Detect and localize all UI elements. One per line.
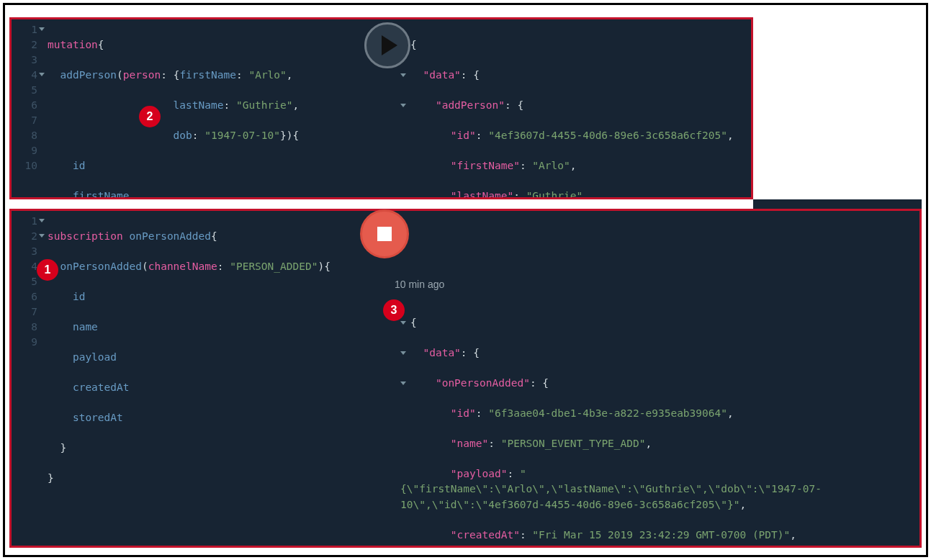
app-frame: 1 2 3 4 5 6 7 8 9 10 mutation{ addPerson… bbox=[3, 3, 928, 557]
play-icon bbox=[382, 35, 397, 55]
filler bbox=[753, 199, 922, 209]
line-gutter: 1 2 3 4 5 6 7 8 9 bbox=[12, 214, 39, 350]
subscription-editor[interactable]: 1 2 3 4 5 6 7 8 9 subscription onPersonA… bbox=[12, 211, 386, 546]
line-gutter: 1 2 3 4 5 6 7 8 9 10 bbox=[12, 22, 39, 173]
stop-icon bbox=[377, 227, 392, 241]
subscription-panel: 1 2 3 4 5 6 7 8 9 subscription onPersonA… bbox=[9, 209, 922, 548]
mutation-result: { "data": { "addPerson": { "id": "4ef360… bbox=[386, 19, 751, 197]
annotation-1: 1 bbox=[37, 259, 58, 281]
mutation-code[interactable]: mutation{ addPerson(person: {firstName: … bbox=[48, 22, 386, 197]
annotation-3: 3 bbox=[383, 299, 405, 321]
subscription-result: 10 min ago { "data": { "onPersonAdded": … bbox=[386, 211, 919, 546]
mutation-editor[interactable]: 1 2 3 4 5 6 7 8 9 10 mutation{ addPerson… bbox=[12, 19, 386, 197]
annotation-2: 2 bbox=[139, 106, 161, 127]
execute-button[interactable] bbox=[364, 22, 410, 68]
stop-button[interactable] bbox=[360, 209, 409, 258]
event-timestamp: 10 min ago bbox=[395, 277, 919, 292]
subscription-code[interactable]: subscription onPersonAdded{ onPersonAdde… bbox=[48, 214, 386, 516]
